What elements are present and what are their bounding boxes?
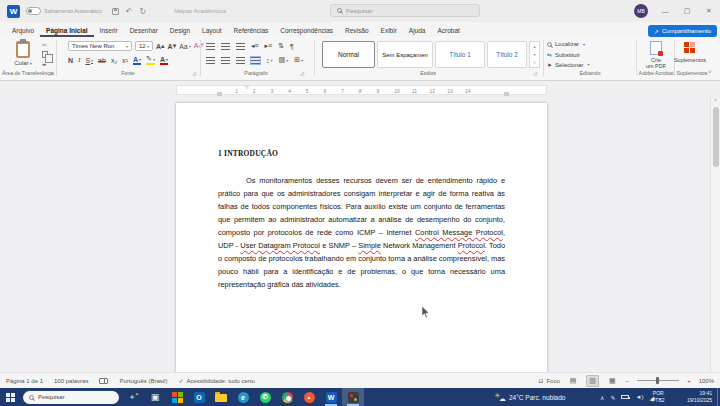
scroll-up-icon[interactable]: ˄	[714, 97, 717, 103]
print-layout-icon[interactable]: ▥	[586, 375, 599, 387]
file-explorer-icon[interactable]	[210, 388, 232, 406]
bullets-icon[interactable]	[206, 43, 215, 50]
bold-icon[interactable]: N	[68, 55, 73, 65]
microsoft-store-icon[interactable]	[166, 388, 188, 406]
first-line-indent-marker[interactable]: ▽	[245, 85, 248, 90]
ribbon-tab-exibir[interactable]: Exibir	[375, 25, 403, 37]
addins-icon[interactable]	[684, 42, 695, 53]
create-pdf-icon[interactable]	[650, 41, 662, 55]
pen-icon[interactable]: ✎	[610, 394, 615, 401]
ribbon-tab-página-inicial[interactable]: Página Inicial	[40, 25, 94, 37]
hidden-icons-chevron-icon[interactable]: ∧	[600, 394, 604, 401]
collapse-ribbon-icon[interactable]: ˅	[708, 69, 712, 75]
close-button[interactable]: ✕	[698, 0, 720, 22]
ribbon-tab-acrobat[interactable]: Acrobat	[431, 25, 465, 37]
chrome-icon[interactable]	[276, 388, 298, 406]
superscript-icon[interactable]: x²	[122, 55, 128, 65]
focus-mode-button[interactable]: ⊡ Foco	[538, 377, 559, 384]
whatsapp-icon[interactable]: ✆	[254, 388, 276, 406]
zoom-slider-thumb[interactable]	[656, 377, 659, 384]
start-button[interactable]	[0, 388, 20, 406]
horizontal-ruler[interactable]: ▽ 1234567891011121314	[176, 85, 547, 95]
ribbon-tab-desenhar[interactable]: Desenhar	[124, 25, 164, 37]
ribbon-tab-arquivo[interactable]: Arquivo	[6, 25, 40, 37]
find-button[interactable]: Localizar▾	[547, 41, 585, 47]
share-button[interactable]: ↗ Compartilhamento	[648, 25, 717, 37]
clock[interactable]: 19:4119/10/2025	[676, 390, 712, 403]
left-margin-marker[interactable]	[217, 92, 222, 96]
numbering-icon[interactable]	[221, 43, 230, 50]
ribbon-tab-layout[interactable]: Layout	[196, 25, 228, 37]
weather-widget[interactable]: ☀☁ 24°C Parc. nublado	[494, 388, 565, 406]
page-indicator[interactable]: Página 1 de 1	[6, 378, 43, 384]
clear-formatting-icon[interactable]: A✐	[194, 41, 205, 51]
borders-icon[interactable]: ⊞▾	[294, 55, 303, 65]
shrink-font-icon[interactable]: A▾	[168, 41, 177, 51]
style-heading1[interactable]: Título 1	[435, 41, 485, 68]
styles-dialog-launcher[interactable]: ◿	[533, 70, 537, 76]
proofing-icon[interactable]	[99, 378, 108, 384]
paragraph-dialog-launcher[interactable]: ◿	[300, 70, 304, 76]
decrease-indent-icon[interactable]: ◂≡	[251, 41, 259, 51]
active-document-app-icon[interactable]	[342, 388, 364, 406]
select-button[interactable]: ➤ Selecionar▾	[547, 61, 589, 68]
clipboard-dialog-launcher[interactable]: ◿	[48, 70, 52, 76]
user-avatar[interactable]: MB	[634, 4, 648, 18]
show-marks-icon[interactable]: ¶	[290, 41, 294, 51]
italic-icon[interactable]: I	[78, 55, 80, 65]
styles-gallery-scroll[interactable]: ▴▾≡	[529, 41, 540, 68]
create-pdf-label[interactable]: Crieum PDF	[640, 57, 672, 69]
zoom-out-icon[interactable]: −	[626, 378, 630, 384]
taskbar-search[interactable]: Pesquisar	[23, 391, 119, 404]
font-size-select[interactable]: 12▾	[135, 41, 153, 51]
underline-icon[interactable]: S▾	[85, 55, 93, 65]
highlight-color-icon[interactable]: ✎▾	[146, 55, 155, 65]
font-name-select[interactable]: Times New Ron▾	[68, 41, 132, 51]
accessibility-status[interactable]: ✓ Acessibilidade: tudo certo	[178, 377, 254, 384]
style-normal[interactable]: Normal	[322, 41, 375, 68]
addins-label[interactable]: Suplementos	[672, 57, 708, 63]
paste-button[interactable]	[16, 41, 30, 58]
ribbon-tab-revisão[interactable]: Revisão	[339, 25, 374, 37]
ribbon-tab-correspondências[interactable]: Correspondências	[274, 25, 339, 37]
grow-font-icon[interactable]: A▴	[156, 41, 165, 51]
word-logo-icon[interactable]: W	[7, 5, 20, 18]
ribbon-tab-inserir[interactable]: Inserir	[94, 25, 124, 37]
save-icon[interactable]	[112, 8, 119, 15]
zoom-level[interactable]: 100%	[699, 378, 714, 384]
vertical-scrollbar[interactable]: ˄	[710, 97, 720, 372]
language-switcher[interactable]: PORPTB2	[652, 390, 665, 403]
word-icon[interactable]: W	[320, 388, 342, 406]
font-dialog-launcher[interactable]: ◿	[192, 70, 196, 76]
replace-button[interactable]: ⇆ Substituir	[547, 51, 580, 58]
volume-icon[interactable]: ◄)	[635, 394, 643, 400]
align-center-icon[interactable]	[221, 57, 230, 64]
justify-icon[interactable]	[251, 57, 260, 64]
zoom-in-icon[interactable]: +	[687, 378, 691, 384]
paste-label[interactable]: Colar▾	[12, 60, 34, 66]
zoom-slider[interactable]	[637, 380, 679, 381]
increase-indent-icon[interactable]: ▸≡	[265, 41, 273, 51]
minimize-button[interactable]: —	[654, 0, 676, 22]
text-effects-icon[interactable]: A▾	[133, 55, 141, 65]
titlebar-search[interactable]: Pesquisar	[330, 4, 480, 17]
edge-icon[interactable]: e	[232, 388, 254, 406]
word-count[interactable]: 100 palavras	[54, 378, 88, 384]
ribbon-tab-design[interactable]: Design	[164, 25, 196, 37]
right-margin-marker[interactable]	[504, 92, 509, 96]
web-layout-icon[interactable]: ▦	[607, 376, 618, 386]
style-heading2[interactable]: Título 2	[487, 41, 527, 68]
autosave-toggle[interactable]	[26, 7, 41, 15]
undo-icon[interactable]: ↶	[126, 7, 133, 16]
multilevel-list-icon[interactable]	[236, 43, 245, 50]
outlook-icon[interactable]: O	[188, 388, 210, 406]
language-indicator[interactable]: Português (Brasil)	[119, 378, 167, 384]
line-spacing-icon[interactable]: ↕▾	[266, 55, 273, 65]
change-case-icon[interactable]: Aa▾	[179, 41, 191, 51]
copilot-icon[interactable]: ✦✦	[125, 393, 139, 402]
redo-icon[interactable]: ↻	[140, 7, 147, 16]
document-title[interactable]: Mapas Acadêmicos	[174, 8, 226, 14]
cut-icon[interactable]: ✂	[42, 41, 48, 48]
style-no-spacing[interactable]: Sem Espaçamen	[377, 41, 433, 68]
align-left-icon[interactable]	[206, 57, 215, 64]
